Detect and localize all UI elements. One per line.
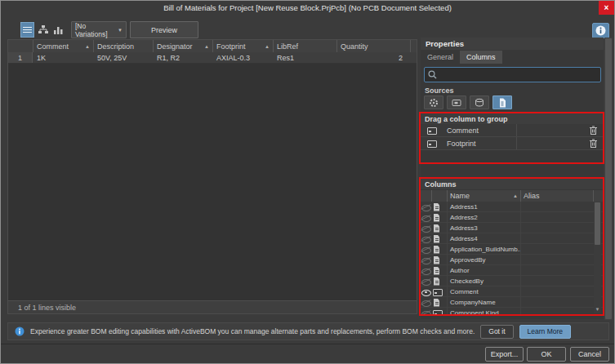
preview-button[interactable]: Preview bbox=[130, 21, 198, 38]
column-row-address3[interactable]: Address3 bbox=[421, 223, 603, 233]
visibility-toggle[interactable] bbox=[421, 255, 431, 265]
cell-quantity: 2 bbox=[336, 52, 410, 63]
column-row-application-buildnumber[interactable]: Application_BuildNumb... bbox=[421, 244, 603, 255]
annotation-box-columns-section: Columns Name ▲ Alias Address1 bbox=[419, 177, 604, 316]
panel-scrollbar-thumb[interactable] bbox=[605, 38, 612, 319]
trash-icon bbox=[590, 139, 597, 148]
window-title: Bill of Materials for Project [New Reuse… bbox=[163, 3, 452, 12]
search-box bbox=[424, 67, 601, 82]
column-row-checkedby[interactable]: CheckedBy bbox=[421, 276, 603, 286]
column-row-companyname[interactable]: CompanyName bbox=[421, 297, 603, 308]
flat-list-view-button[interactable] bbox=[20, 22, 34, 38]
visibility-toggle[interactable] bbox=[421, 265, 431, 276]
source-database-button[interactable] bbox=[470, 95, 489, 109]
visibility-toggle[interactable] bbox=[421, 233, 431, 244]
view-mode-toolbar bbox=[20, 22, 65, 38]
visibility-header bbox=[421, 190, 431, 202]
search-input[interactable] bbox=[440, 71, 587, 79]
grid-header-libref[interactable]: LibRef bbox=[273, 40, 336, 52]
tree-view-icon bbox=[38, 25, 48, 34]
database-icon bbox=[475, 98, 484, 108]
name-header[interactable]: Name ▲ bbox=[447, 190, 520, 202]
chevron-down-icon: ▼ bbox=[118, 28, 123, 33]
scrollbar-thumb[interactable] bbox=[595, 202, 600, 245]
row-number: 1 bbox=[8, 52, 33, 63]
source-board-button[interactable] bbox=[447, 95, 466, 109]
grid-header-comment[interactable]: Comment ▲ bbox=[33, 40, 93, 52]
column-row-address2[interactable]: Address2 bbox=[421, 212, 603, 223]
visibility-toggle[interactable] bbox=[421, 276, 431, 286]
visibility-toggle[interactable] bbox=[421, 286, 431, 297]
group-row-comment[interactable]: Comment bbox=[421, 124, 603, 137]
cell-comment: 1K bbox=[33, 52, 93, 63]
columns-list-header: Name ▲ Alias bbox=[421, 190, 603, 202]
panel-scrollbar[interactable] bbox=[604, 38, 613, 320]
flat-list-icon bbox=[23, 26, 32, 33]
lines-visible-status: 1 of 1 lines visible bbox=[18, 304, 76, 312]
sort-asc-icon: ▲ bbox=[513, 193, 518, 198]
columns-scrollbar[interactable]: ▼ bbox=[594, 202, 601, 313]
export-button[interactable]: Export... bbox=[485, 347, 524, 362]
visibility-toggle[interactable] bbox=[421, 308, 431, 316]
column-row-author[interactable]: Author bbox=[421, 265, 603, 276]
cancel-button[interactable]: Cancel bbox=[570, 347, 609, 362]
bar-chart-view-button[interactable] bbox=[51, 22, 65, 38]
annotation-box-group-section: Drag a column to group Comment Footprint bbox=[419, 112, 604, 164]
grid-row[interactable]: 1 1K 50V, 25V R1, R2 AXIAL-0.3 Res1 2 bbox=[8, 52, 417, 64]
ok-button[interactable]: OK bbox=[527, 347, 566, 362]
close-icon: × bbox=[604, 3, 609, 12]
alias-header[interactable]: Alias bbox=[520, 190, 593, 202]
tab-columns[interactable]: Columns bbox=[460, 51, 502, 64]
board-icon bbox=[452, 98, 461, 108]
column-type-icon bbox=[431, 308, 443, 316]
type-header bbox=[431, 190, 447, 202]
delete-group-footprint-button[interactable] bbox=[584, 137, 602, 149]
group-row-footprint[interactable]: Footprint bbox=[421, 137, 603, 150]
column-row-address1[interactable]: Address1 bbox=[421, 202, 603, 212]
column-type-icon bbox=[431, 297, 443, 308]
search-icon bbox=[428, 70, 437, 79]
grid-header-gutter bbox=[8, 40, 33, 52]
visibility-toggle[interactable] bbox=[421, 297, 431, 308]
visibility-toggle[interactable] bbox=[421, 212, 431, 223]
visibility-toggle[interactable] bbox=[421, 223, 431, 233]
delete-group-comment-button[interactable] bbox=[584, 124, 602, 136]
trash-icon bbox=[590, 126, 597, 135]
grid-header-footprint[interactable]: Footprint ▲ bbox=[212, 40, 273, 52]
grid-header: Comment ▲ Description Designator ▲ Footp… bbox=[8, 40, 417, 52]
bom-grid: Comment ▲ Description Designator ▲ Footp… bbox=[7, 39, 417, 314]
sources-label: Sources bbox=[425, 87, 454, 95]
grid-header-description[interactable]: Description bbox=[93, 40, 153, 52]
info-icon bbox=[15, 326, 25, 336]
variations-dropdown[interactable]: [No Variations] ▼ bbox=[71, 21, 127, 38]
learn-more-button[interactable]: Learn More bbox=[519, 325, 571, 339]
column-row-component-kind[interactable]: Component Kind bbox=[421, 308, 603, 316]
got-it-button[interactable]: Got it bbox=[480, 325, 513, 339]
grid-header-designator[interactable]: Designator ▲ bbox=[153, 40, 212, 52]
info-button[interactable] bbox=[592, 23, 609, 38]
column-type-icon bbox=[431, 265, 443, 276]
scroll-down-arrow-icon[interactable]: ▼ bbox=[594, 305, 601, 313]
cell-libref: Res1 bbox=[273, 52, 336, 63]
source-gear-button[interactable] bbox=[424, 95, 443, 109]
cell-designator: R1, R2 bbox=[153, 52, 212, 63]
footer-divider bbox=[1, 344, 614, 344]
tab-general[interactable]: General bbox=[421, 51, 460, 64]
tree-view-button[interactable] bbox=[36, 22, 50, 38]
grid-header-quantity[interactable]: Quantity bbox=[336, 40, 410, 52]
visibility-toggle[interactable] bbox=[421, 244, 431, 255]
notice-text: Experience greater BOM editing capabilit… bbox=[30, 327, 475, 335]
grid-empty-area bbox=[8, 64, 417, 300]
close-button[interactable]: × bbox=[599, 1, 614, 15]
group-section-title: Drag a column to group bbox=[421, 113, 603, 124]
source-document-button[interactable] bbox=[492, 95, 512, 109]
column-row-comment[interactable]: Comment bbox=[421, 286, 603, 297]
document-icon bbox=[497, 98, 507, 108]
column-row-approvedby[interactable]: ApprovedBy bbox=[421, 255, 603, 265]
sort-asc-icon: ▲ bbox=[265, 44, 270, 49]
column-type-icon bbox=[431, 202, 443, 212]
bar-chart-icon bbox=[54, 26, 63, 34]
column-row-address4[interactable]: Address4 bbox=[421, 233, 603, 244]
bom-dialog: Bill of Materials for Project [New Reuse… bbox=[0, 0, 615, 364]
visibility-toggle[interactable] bbox=[421, 202, 431, 212]
